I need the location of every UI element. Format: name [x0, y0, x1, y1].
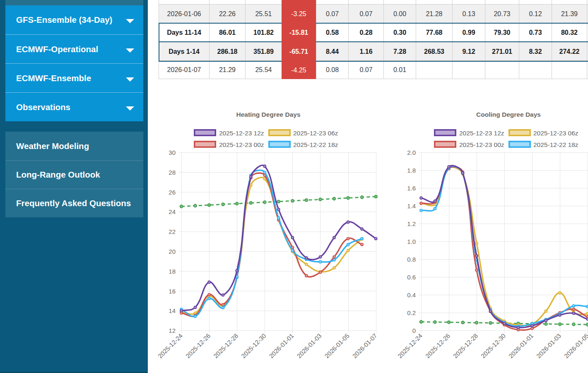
svg-text:1.6: 1.6 [407, 185, 416, 192]
svg-text:0.4: 0.4 [407, 291, 416, 298]
svg-text:2025-12-23 12z: 2025-12-23 12z [459, 130, 504, 137]
svg-text:2025-12-24: 2025-12-24 [157, 332, 184, 359]
svg-text:2026-01-05: 2026-01-05 [563, 332, 588, 359]
svg-text:0.2: 0.2 [407, 309, 416, 316]
svg-text:14: 14 [169, 307, 176, 314]
svg-text:2026-01-03: 2026-01-03 [535, 332, 562, 359]
svg-text:2025-12-23 12z: 2025-12-23 12z [219, 130, 264, 137]
svg-text:2026-01-05: 2026-01-05 [323, 332, 350, 359]
svg-text:2025-12-28: 2025-12-28 [452, 332, 479, 359]
svg-text:2026-01-01: 2026-01-01 [507, 332, 535, 359]
svg-text:1.2: 1.2 [407, 220, 416, 227]
svg-text:2025-12-26: 2025-12-26 [184, 332, 212, 359]
svg-text:2025-12-26: 2025-12-26 [424, 332, 451, 359]
svg-text:24: 24 [169, 208, 176, 215]
svg-text:2025-12-23 06z: 2025-12-23 06z [533, 130, 578, 137]
svg-text:2026-01-01: 2026-01-01 [267, 332, 295, 359]
svg-text:0.6: 0.6 [407, 274, 416, 281]
svg-text:1.0: 1.0 [407, 238, 416, 245]
svg-text:22: 22 [169, 228, 176, 235]
svg-text:16: 16 [169, 288, 176, 295]
svg-text:2.0: 2.0 [407, 149, 416, 156]
svg-text:1.4: 1.4 [407, 202, 416, 209]
svg-text:30: 30 [169, 149, 176, 156]
svg-text:2025-12-22 18z: 2025-12-22 18z [533, 141, 578, 148]
svg-text:Cooling Degree Days: Cooling Degree Days [476, 111, 541, 118]
svg-text:0: 0 [412, 327, 416, 334]
svg-text:2025-12-23 00z: 2025-12-23 00z [459, 141, 504, 148]
svg-text:12: 12 [169, 327, 176, 334]
svg-text:0.8: 0.8 [407, 256, 416, 263]
svg-text:2025-12-23 00z: 2025-12-23 00z [219, 141, 264, 148]
svg-text:20: 20 [169, 248, 176, 255]
svg-text:Heating Degree Days: Heating Degree Days [236, 111, 300, 118]
svg-text:1.8: 1.8 [407, 167, 416, 174]
svg-text:2026-01-07: 2026-01-07 [351, 332, 378, 359]
svg-text:2025-12-30: 2025-12-30 [480, 332, 507, 359]
svg-text:2025-12-30: 2025-12-30 [240, 332, 267, 359]
svg-text:18: 18 [169, 268, 176, 275]
svg-text:2025-12-28: 2025-12-28 [212, 332, 239, 359]
svg-text:2026-01-03: 2026-01-03 [295, 332, 323, 359]
svg-text:2025-12-22 18z: 2025-12-22 18z [293, 141, 338, 148]
svg-text:28: 28 [169, 169, 176, 176]
svg-text:2025-12-23 06z: 2025-12-23 06z [293, 130, 338, 137]
svg-text:2025-12-24: 2025-12-24 [396, 332, 424, 359]
svg-text:26: 26 [169, 189, 176, 196]
